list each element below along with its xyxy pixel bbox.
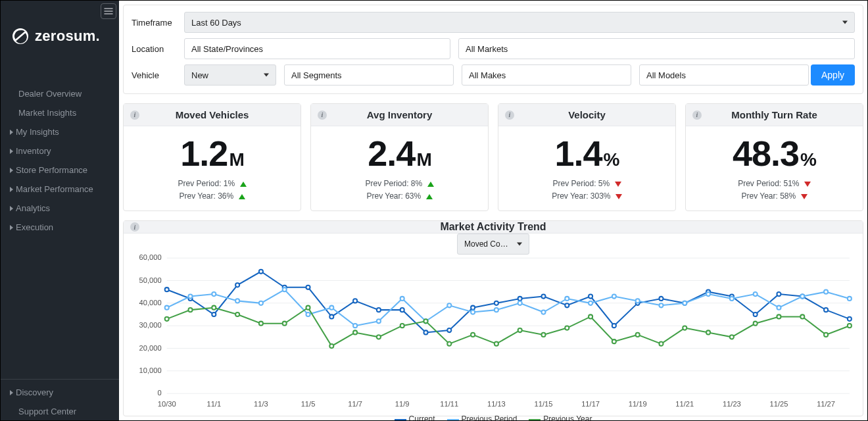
trend-dn-icon bbox=[801, 194, 808, 199]
chart-legend: CurrentPrevious PeriodPrevious Year bbox=[124, 414, 863, 421]
svg-point-90 bbox=[188, 308, 192, 312]
svg-point-74 bbox=[518, 301, 522, 305]
card-header: iMoved Vehicles bbox=[124, 104, 301, 126]
card-prev-lines: Prev Period: 1% Prev Year: 36% bbox=[178, 178, 246, 203]
chevron-down-icon bbox=[842, 21, 848, 24]
vehicle-segment-select[interactable]: All Segments bbox=[284, 64, 454, 86]
info-icon[interactable]: i bbox=[692, 111, 702, 120]
svg-point-75 bbox=[541, 310, 545, 314]
svg-point-64 bbox=[283, 288, 287, 292]
sidebar-item-label: My Insights bbox=[16, 127, 59, 137]
svg-point-89 bbox=[165, 317, 169, 321]
sidebar-item-inventory[interactable]: Inventory bbox=[1, 142, 119, 160]
svg-text:30,000: 30,000 bbox=[139, 322, 162, 330]
svg-point-93 bbox=[259, 322, 263, 326]
sidebar-item-execution[interactable]: Execution bbox=[1, 218, 119, 236]
sidebar-item-discovery[interactable]: Discovery bbox=[1, 384, 119, 401]
svg-text:11/11: 11/11 bbox=[440, 400, 458, 408]
info-icon[interactable]: i bbox=[505, 111, 514, 120]
svg-point-61 bbox=[212, 292, 216, 296]
info-icon[interactable]: i bbox=[130, 222, 139, 232]
svg-text:11/19: 11/19 bbox=[629, 400, 647, 408]
legend-item[interactable]: Previous Period bbox=[447, 414, 518, 421]
metric-cards-row: iMoved Vehicles1.2MPrev Period: 1% Prev … bbox=[123, 103, 863, 211]
svg-point-96 bbox=[329, 344, 333, 348]
svg-point-94 bbox=[283, 322, 287, 326]
main-content: Timeframe Last 60 Days Location All Stat… bbox=[119, 1, 867, 420]
location-market-select[interactable]: All Markets bbox=[458, 38, 855, 59]
chevron-down-icon bbox=[517, 243, 522, 246]
svg-text:11/9: 11/9 bbox=[395, 400, 410, 408]
sidebar-toggle-button[interactable] bbox=[101, 3, 116, 19]
svg-point-38 bbox=[377, 308, 381, 312]
sidebar-item-label: Support Center bbox=[18, 407, 76, 416]
svg-point-106 bbox=[565, 326, 569, 330]
card-body: 2.4MPrev Period: 8% Prev Year: 63% bbox=[311, 126, 488, 210]
svg-point-95 bbox=[306, 306, 310, 310]
svg-point-65 bbox=[306, 312, 310, 316]
brand-mark-icon bbox=[11, 27, 30, 45]
card-title: Avg Inventory bbox=[367, 109, 432, 120]
sidebar-item-support-center[interactable]: Support Center bbox=[1, 403, 119, 420]
caret-right-icon bbox=[10, 225, 13, 230]
filter-label-timeframe: Timeframe bbox=[132, 18, 176, 28]
svg-text:10,000: 10,000 bbox=[139, 366, 162, 374]
svg-point-98 bbox=[377, 335, 381, 339]
info-icon[interactable]: i bbox=[318, 111, 327, 120]
chevron-down-icon bbox=[264, 74, 269, 77]
svg-text:11/1: 11/1 bbox=[206, 400, 221, 408]
svg-point-79 bbox=[636, 299, 640, 303]
svg-point-109 bbox=[636, 333, 640, 337]
svg-point-115 bbox=[777, 315, 781, 319]
card-header: iAvg Inventory bbox=[311, 104, 488, 126]
caret-right-icon bbox=[10, 206, 13, 211]
svg-point-47 bbox=[589, 295, 592, 299]
svg-point-31 bbox=[212, 312, 216, 316]
vehicle-make-select[interactable]: All Makes bbox=[462, 64, 631, 86]
chart-panel: i Market Activity Trend Moved Cou… 010,0… bbox=[123, 220, 863, 416]
svg-point-104 bbox=[518, 328, 522, 332]
chart-metric-select[interactable]: Moved Cou… bbox=[457, 234, 529, 255]
svg-text:11/21: 11/21 bbox=[675, 400, 694, 408]
vehicle-model-select[interactable]: All Models bbox=[639, 64, 809, 86]
svg-point-39 bbox=[400, 308, 404, 312]
sidebar-item-store-performance[interactable]: Store Performance bbox=[1, 161, 119, 179]
sidebar-item-analytics[interactable]: Analytics bbox=[1, 199, 119, 217]
svg-text:50,000: 50,000 bbox=[139, 276, 162, 284]
apply-button[interactable]: Apply bbox=[811, 64, 855, 86]
svg-point-102 bbox=[471, 333, 475, 337]
info-icon[interactable]: i bbox=[130, 111, 139, 120]
svg-point-114 bbox=[754, 322, 758, 326]
metric-card: iMonthly Turn Rate48.3%Prev Period: 51% … bbox=[685, 103, 863, 211]
sidebar-item-label: Dealer Overview bbox=[18, 89, 82, 99]
sidebar-item-market-performance[interactable]: Market Performance bbox=[1, 180, 119, 198]
line-chart: 010,00020,00030,00040,00050,00060,00010/… bbox=[130, 255, 856, 410]
location-state-select[interactable]: All State/Provinces bbox=[184, 38, 450, 59]
svg-point-69 bbox=[400, 297, 404, 301]
svg-text:11/27: 11/27 bbox=[817, 400, 835, 408]
svg-point-112 bbox=[706, 331, 710, 335]
filter-panel: Timeframe Last 60 Days Location All Stat… bbox=[123, 5, 863, 94]
sidebar-item-market-insights[interactable]: Market Insights bbox=[1, 104, 119, 122]
svg-point-86 bbox=[800, 295, 804, 299]
legend-item[interactable]: Previous Year bbox=[529, 414, 592, 421]
svg-point-71 bbox=[447, 304, 451, 308]
sidebar-item-dealer-overview[interactable]: Dealer Overview bbox=[1, 85, 119, 103]
legend-item[interactable]: Current bbox=[395, 414, 435, 421]
svg-point-82 bbox=[706, 292, 710, 296]
caret-right-icon bbox=[10, 149, 13, 154]
sidebar-item-label: Execution bbox=[16, 222, 53, 232]
timeframe-select[interactable]: Last 60 Days bbox=[184, 12, 855, 33]
card-body: 48.3%Prev Period: 51% Prev Year: 58% bbox=[686, 126, 863, 210]
svg-text:40,000: 40,000 bbox=[139, 299, 162, 307]
svg-point-54 bbox=[754, 312, 758, 316]
vehicle-condition-select[interactable]: New bbox=[184, 64, 276, 86]
sidebar-item-label: Market Insights bbox=[18, 108, 76, 118]
svg-point-91 bbox=[212, 306, 216, 310]
svg-point-92 bbox=[235, 312, 239, 316]
sidebar-item-my-insights[interactable]: My Insights bbox=[1, 123, 119, 141]
trend-up-icon bbox=[240, 182, 247, 187]
svg-point-113 bbox=[730, 335, 734, 339]
svg-text:11/15: 11/15 bbox=[535, 400, 553, 408]
svg-text:60,000: 60,000 bbox=[139, 255, 162, 261]
